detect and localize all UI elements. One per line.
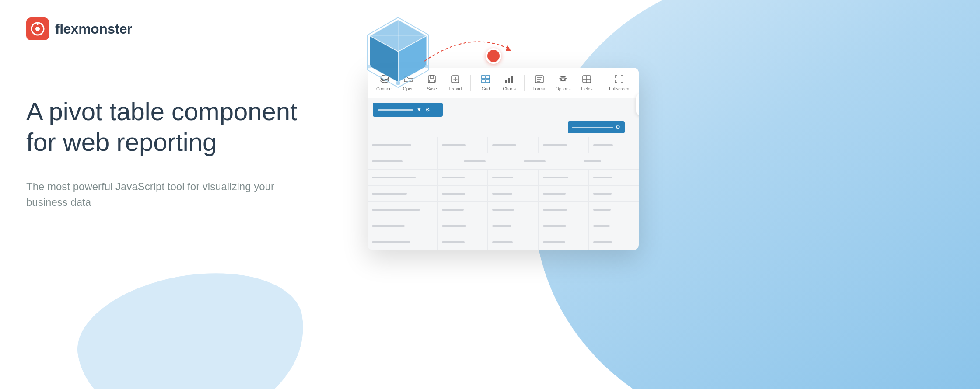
cell (368, 153, 438, 169)
cell-content-bar (442, 225, 466, 227)
options-gear-icon (558, 75, 568, 85)
table-grid: ↓ (368, 137, 639, 250)
cell-content-bar (442, 241, 465, 243)
toolbar-fields-btn[interactable]: Fields (575, 72, 598, 94)
record-indicator (486, 48, 501, 64)
charts-icon (504, 75, 514, 85)
export-icon (451, 75, 460, 85)
col-header-chip[interactable]: ⚙ (568, 121, 625, 133)
svg-point-14 (368, 65, 371, 68)
cell-content-bar (442, 144, 466, 146)
cell-content-bar (372, 193, 407, 194)
grid-label: Grid (482, 87, 490, 91)
fields-label: Fields (581, 87, 593, 91)
cell (438, 137, 488, 153)
toolbar-divider-3 (602, 75, 602, 91)
cell-content-bar (372, 241, 410, 243)
cell-content-bar (593, 241, 612, 243)
cell-content-bar (492, 177, 513, 178)
toolbar-divider-2 (524, 75, 525, 91)
svg-rect-29 (508, 78, 510, 83)
cell (488, 137, 538, 153)
svg-rect-26 (482, 80, 485, 83)
cell-content-bar (543, 177, 568, 178)
pivot-body: ▼ ⚙ ⚙ (368, 98, 639, 250)
cell-content-bar (464, 160, 486, 162)
cell-content-bar (593, 177, 612, 178)
svg-rect-27 (486, 80, 490, 83)
cell (459, 153, 519, 169)
cell (539, 137, 589, 153)
cell (589, 137, 639, 153)
cell-content-bar (492, 209, 514, 211)
cell-content-bar (593, 209, 611, 211)
cell-content-bar (593, 225, 610, 227)
fullscreen-icon (614, 75, 624, 85)
cell-content-bar (543, 241, 565, 243)
col-settings-icon: ⚙ (616, 124, 620, 130)
toolbar-format-btn[interactable]: Format (528, 72, 551, 94)
table-row (368, 218, 639, 234)
toolbar-fullscreen-btn[interactable]: Fullscreen (606, 72, 633, 94)
cell-content-bar (372, 160, 402, 162)
hero-content: A pivot table componentfor web reporting… (26, 96, 297, 210)
cell-content-bar (543, 225, 566, 227)
fullscreen-popup-btn[interactable] (636, 94, 639, 115)
cell-content-bar (372, 225, 405, 227)
toolbar-divider-1 (470, 75, 471, 91)
options-label: Options (556, 87, 570, 91)
logo-icon (26, 17, 49, 40)
cell-content-bar (543, 209, 567, 211)
toolbar-charts-btn[interactable]: Charts (498, 72, 521, 94)
cell-content-bar (492, 144, 516, 146)
brand-name: flexmonster (55, 21, 132, 37)
export-label: Export (449, 87, 462, 91)
toolbar-grid-btn[interactable]: Grid (474, 72, 497, 94)
filter-row: ▼ ⚙ (368, 98, 639, 121)
cell (368, 137, 438, 153)
cell-content-bar (524, 160, 546, 162)
col-header-bar (572, 127, 613, 128)
cell (519, 153, 579, 169)
cell-content-bar (442, 193, 466, 194)
settings-icon: ⚙ (425, 107, 430, 113)
filter-label-bar (378, 109, 413, 111)
table-row (368, 202, 639, 218)
cell-content-bar (492, 193, 512, 194)
filter-icon: ▼ (416, 107, 422, 113)
charts-label: Charts (503, 87, 516, 91)
cell-content-bar (442, 209, 464, 211)
cell-content-bar (492, 241, 513, 243)
format-icon (535, 75, 544, 85)
table-row (368, 234, 639, 250)
cell (579, 153, 639, 169)
background-blob-left (67, 257, 317, 389)
svg-rect-25 (486, 76, 490, 79)
sort-icon: ↓ (447, 158, 450, 165)
row-filter-chip[interactable]: ▼ ⚙ (373, 103, 443, 117)
svg-point-2 (35, 27, 40, 31)
svg-point-13 (396, 81, 400, 85)
cell-content-bar (593, 144, 613, 146)
fullscreen-label: Fullscreen (609, 87, 629, 91)
table-row (368, 137, 639, 153)
cell-content-bar (543, 193, 566, 194)
cell-content-bar (584, 160, 601, 162)
fields-icon (582, 75, 592, 85)
table-row (368, 186, 639, 202)
table-row (368, 170, 639, 186)
cell-content-bar (593, 193, 612, 194)
cell-content-bar (442, 177, 465, 178)
format-label: Format (532, 87, 546, 91)
svg-rect-24 (482, 76, 485, 79)
toolbar-export-btn[interactable]: Export (444, 72, 467, 94)
svg-rect-30 (511, 76, 513, 83)
grid-icon (481, 75, 490, 85)
cell-content-bar (372, 209, 420, 211)
cell-content-bar (492, 225, 511, 227)
arc-arrow (420, 26, 516, 72)
cell-arrow: ↓ (438, 153, 459, 169)
hero-title: A pivot table componentfor web reporting (26, 96, 297, 157)
cell-content-bar (543, 144, 567, 146)
toolbar-options-btn[interactable]: Options (552, 72, 574, 94)
